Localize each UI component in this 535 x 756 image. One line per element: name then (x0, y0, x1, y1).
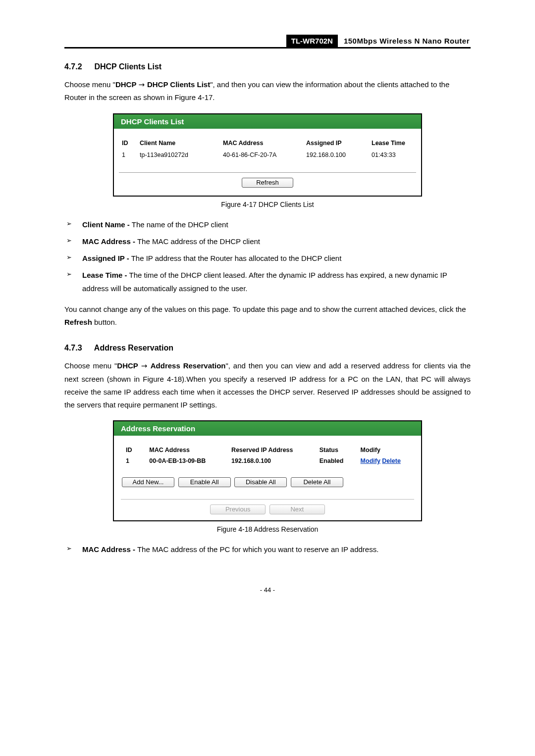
section-title: DHCP Clients List (94, 62, 161, 71)
col-name: Client Name (137, 138, 220, 149)
intro-paragraph-473: Choose menu "DHCP → Address Reservation"… (64, 359, 471, 411)
cell-mac: 40-61-86-CF-20-7A (220, 149, 303, 159)
panel-title: Address Reservation (114, 421, 421, 436)
figure-caption-417: Figure 4-17 DHCP Clients List (64, 201, 471, 208)
cell-id: 1 (119, 149, 137, 159)
col-ip: Reserved IP Address (226, 445, 315, 455)
model-badge: TL-WR702N (286, 35, 338, 47)
cell-ip: 192.168.0.100 (226, 455, 315, 466)
doc-header: TL-WR702N 150Mbps Wireless N Nano Router (64, 35, 471, 49)
col-id: ID (119, 138, 137, 149)
button-row: Add New... Enable All Disable All Delete… (121, 477, 414, 487)
definitions-list-473: MAC Address - The MAC address of the PC … (64, 543, 471, 556)
section-heading-473: 4.7.3 Address Reservation (64, 344, 471, 353)
list-item: Lease Time - The time of the DHCP client… (64, 269, 471, 295)
figure-caption-418: Figure 4-18 Address Reservation (64, 525, 471, 533)
table-row: 1 tp-113ea910272d 40-61-86-CF-20-7A 192.… (119, 149, 416, 159)
col-id: ID (121, 445, 144, 455)
section-number: 4.7.2 (64, 62, 92, 71)
refresh-button[interactable]: Refresh (242, 178, 293, 188)
note-paragraph: You cannot change any of the values on t… (64, 303, 471, 329)
section-number: 4.7.3 (64, 344, 92, 353)
col-ip: Assigned IP (303, 138, 369, 149)
previous-button[interactable]: Previous (210, 504, 266, 514)
add-new-button[interactable]: Add New... (122, 477, 174, 487)
cell-ip: 192.168.0.100 (303, 149, 369, 159)
col-status: Status (315, 445, 356, 455)
pager: Previous Next (121, 499, 414, 514)
list-item: MAC Address - The MAC address of the PC … (64, 543, 471, 556)
col-modify: Modify (356, 445, 414, 455)
cell-lease: 01:43:33 (369, 149, 416, 159)
dhcp-clients-table: ID Client Name MAC Address Assigned IP L… (119, 138, 416, 159)
reservation-table: ID MAC Address Reserved IP Address Statu… (121, 445, 414, 466)
tagline: 150Mbps Wireless N Nano Router (338, 35, 471, 47)
col-mac: MAC Address (220, 138, 303, 149)
section-heading-472: 4.7.2 DHCP Clients List (64, 62, 471, 71)
enable-all-button[interactable]: Enable All (178, 477, 231, 487)
list-item: MAC Address - The MAC address of the DHC… (64, 235, 471, 248)
table-header-row: ID MAC Address Reserved IP Address Statu… (121, 445, 414, 455)
list-item: Assigned IP - The IP address that the Ro… (64, 252, 471, 265)
figure-address-reservation: Address Reservation ID MAC Address Reser… (113, 420, 422, 521)
modify-link[interactable]: Modify (361, 457, 380, 464)
cell-status: Enabled (315, 455, 356, 466)
figure-dhcp-clients: DHCP Clients List ID Client Name MAC Add… (113, 113, 422, 197)
page-number: - 44 - (64, 586, 471, 594)
table-row: 1 00-0A-EB-13-09-BB 192.168.0.100 Enable… (121, 455, 414, 466)
col-lease: Lease Time (369, 138, 416, 149)
definitions-list-472: Client Name - The name of the DHCP clien… (64, 218, 471, 295)
delete-all-button[interactable]: Delete All (291, 477, 343, 487)
cell-id: 1 (121, 455, 144, 466)
next-button[interactable]: Next (269, 504, 325, 514)
cell-actions: Modify Delete (356, 455, 414, 466)
disable-all-button[interactable]: Disable All (234, 477, 287, 487)
list-item: Client Name - The name of the DHCP clien… (64, 218, 471, 231)
panel-title: DHCP Clients List (114, 114, 421, 129)
col-mac: MAC Address (144, 445, 226, 455)
table-header-row: ID Client Name MAC Address Assigned IP L… (119, 138, 416, 149)
delete-link[interactable]: Delete (382, 457, 401, 464)
section-title: Address Reservation (94, 344, 173, 352)
intro-paragraph-472: Choose menu "DHCP → DHCP Clients List", … (64, 78, 471, 104)
cell-mac: 00-0A-EB-13-09-BB (144, 455, 226, 466)
cell-name: tp-113ea910272d (137, 149, 220, 159)
